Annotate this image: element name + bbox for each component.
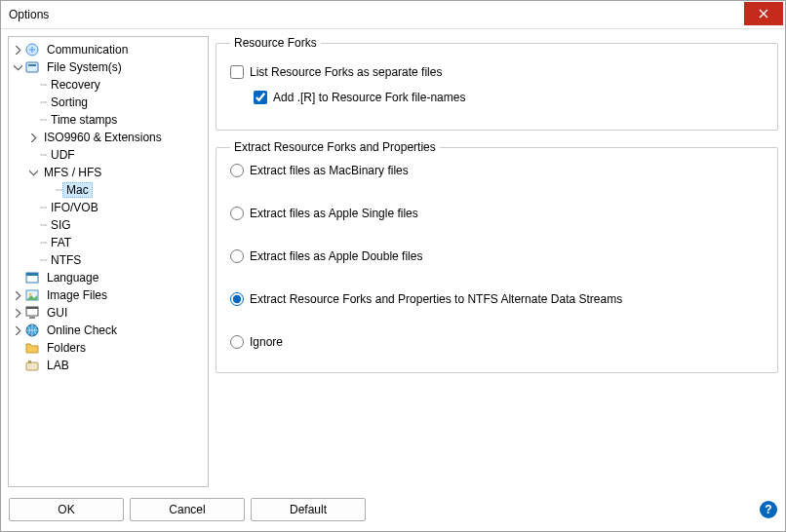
window-title: Options — [9, 8, 744, 21]
image-icon — [24, 287, 40, 303]
radio-ignore[interactable] — [230, 335, 244, 349]
tree-item-communication[interactable]: Communication — [11, 41, 206, 58]
tree-label: UDF — [47, 147, 79, 163]
tree-item-mac[interactable]: ┄Mac — [11, 181, 206, 199]
ok-button[interactable]: OK — [9, 498, 124, 521]
svg-point-6 — [29, 293, 32, 296]
tree-item-gui[interactable]: GUI — [11, 304, 206, 322]
expand-icon[interactable] — [11, 306, 24, 320]
tree-label: Sorting — [47, 95, 92, 110]
radio-macbinary[interactable] — [230, 164, 244, 177]
tree-item-onlinecheck[interactable]: Online Check — [11, 322, 206, 339]
tree-label: LAB — [43, 358, 73, 373]
tree-label: Language — [43, 270, 102, 285]
radio-label[interactable]: Extract files as MacBinary files — [250, 164, 409, 177]
tree-label: FAT — [47, 235, 75, 250]
tree-label: MFS / HFS — [40, 165, 105, 180]
group-extract: Extract Resource Forks and Properties Ex… — [216, 140, 778, 373]
close-button[interactable] — [744, 2, 783, 25]
default-button[interactable]: Default — [251, 498, 366, 521]
collapse-icon[interactable] — [26, 166, 40, 179]
tree-item-sig[interactable]: ┄SIG — [11, 216, 206, 234]
tree-label: File System(s) — [43, 59, 126, 75]
tree-item-mfshfs[interactable]: MFS / HFS — [11, 164, 206, 181]
radio-ntfs-ads[interactable] — [230, 292, 244, 306]
checkbox-label[interactable]: Add .[R] to Resource Fork file-names — [273, 91, 465, 104]
svg-rect-12 — [28, 361, 31, 363]
checkbox-add-r-suffix[interactable] — [254, 91, 267, 104]
tree-item-language[interactable]: Language — [11, 269, 206, 286]
dialog-footer: OK Cancel Default ? — [1, 494, 785, 531]
checkbox-list-resource-forks[interactable] — [230, 65, 244, 79]
help-icon: ? — [765, 503, 771, 516]
tree-label: IFO/VOB — [47, 200, 102, 215]
lab-icon — [24, 358, 40, 373]
titlebar: Options — [1, 1, 785, 29]
radio-label[interactable]: Extract files as Apple Single files — [250, 207, 418, 220]
expand-icon[interactable] — [26, 131, 40, 144]
tree-item-folders[interactable]: Folders — [11, 339, 206, 357]
language-icon — [24, 270, 40, 285]
gui-icon — [24, 305, 40, 321]
tree-label: Online Check — [43, 323, 121, 338]
tree-item-iso[interactable]: ISO9960 & Extensions — [11, 129, 206, 146]
tree-item-timestamps[interactable]: ┄Time stamps — [11, 111, 206, 129]
radio-label[interactable]: Extract files as Apple Double files — [250, 249, 422, 263]
settings-panel: Resource Forks List Resource Forks as se… — [216, 36, 778, 487]
close-icon — [759, 9, 768, 19]
group-legend: Extract Resource Forks and Properties — [230, 140, 440, 154]
tree-item-sorting[interactable]: ┄Sorting — [11, 94, 206, 111]
folder-icon — [24, 340, 40, 356]
tree-label: Time stamps — [47, 112, 121, 128]
tree-label: SIG — [47, 217, 75, 233]
help-button[interactable]: ? — [760, 501, 777, 518]
tree-item-imagefiles[interactable]: Image Files — [11, 286, 206, 304]
tree-label: ISO9960 & Extensions — [40, 130, 166, 145]
expand-icon[interactable] — [11, 323, 24, 337]
tree-item-ntfs[interactable]: ┄NTFS — [11, 251, 206, 269]
tree-label: Communication — [43, 42, 132, 57]
svg-rect-8 — [26, 307, 38, 309]
drive-icon — [24, 59, 40, 75]
communication-icon — [24, 42, 40, 57]
svg-rect-2 — [28, 64, 36, 66]
cancel-button[interactable]: Cancel — [130, 498, 245, 521]
category-tree[interactable]: Communication File System(s) ┄Recovery ┄… — [8, 36, 209, 487]
tree-item-recovery[interactable]: ┄Recovery — [11, 76, 206, 94]
tree-label: Folders — [43, 340, 90, 356]
tree-label: NTFS — [47, 252, 85, 268]
radio-applesingle[interactable] — [230, 207, 244, 220]
tree-item-filesystems[interactable]: File System(s) — [11, 58, 206, 76]
tree-label: Mac — [62, 182, 93, 198]
svg-rect-9 — [29, 317, 35, 319]
tree-item-lab[interactable]: LAB — [11, 357, 206, 374]
expand-icon[interactable] — [11, 288, 24, 302]
tree-label: GUI — [43, 305, 71, 321]
tree-item-ifovob[interactable]: ┄IFO/VOB — [11, 199, 206, 216]
radio-label[interactable]: Extract Resource Forks and Properties to… — [250, 292, 622, 306]
checkbox-label[interactable]: List Resource Forks as separate files — [250, 65, 442, 79]
svg-rect-4 — [26, 273, 38, 276]
tree-item-fat[interactable]: ┄FAT — [11, 234, 206, 251]
collapse-icon[interactable] — [11, 60, 24, 74]
group-resource-forks: Resource Forks List Resource Forks as se… — [216, 36, 778, 131]
svg-rect-11 — [26, 362, 38, 370]
group-legend: Resource Forks — [230, 36, 321, 50]
tree-item-udf[interactable]: ┄UDF — [11, 146, 206, 164]
globe-icon — [24, 323, 40, 338]
radio-appledouble[interactable] — [230, 249, 244, 263]
radio-label[interactable]: Ignore — [250, 335, 283, 349]
svg-rect-1 — [26, 62, 38, 72]
expand-icon[interactable] — [11, 43, 24, 57]
tree-label: Recovery — [47, 77, 104, 93]
tree-label: Image Files — [43, 287, 111, 303]
